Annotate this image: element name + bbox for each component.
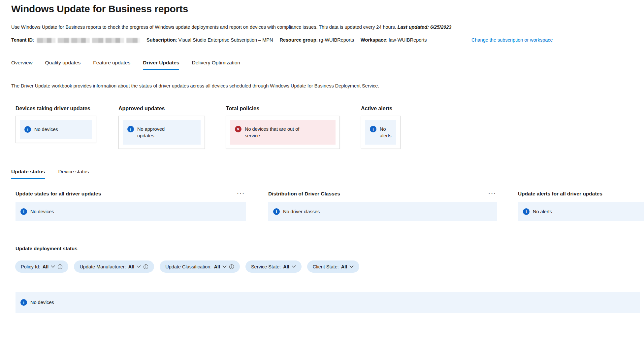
workspace-label: Workspace	[361, 37, 386, 43]
summary-card-devices: Devices taking driver updates i No devic…	[16, 106, 96, 149]
tab-overview[interactable]: Overview	[11, 60, 33, 70]
subscription-group: Subscription: Visual Studio Enterprise S…	[146, 37, 273, 43]
filter-pill-service-state[interactable]: Service State: All	[245, 260, 302, 273]
resource-group-label: Resource group	[279, 37, 316, 43]
info-icon: i	[273, 208, 280, 215]
filter-pills-row: Policy Id: All Update Manufacturer: All …	[15, 260, 644, 273]
workspace-value: law-WUfBReports	[389, 37, 427, 43]
summary-card-active-alerts: Active alerts i No alerts	[361, 106, 401, 149]
filter-label: Client State:	[313, 264, 339, 269]
context-text: Tenant ID: Subscription: Visual Studio E…	[11, 36, 457, 44]
filter-value: All	[128, 264, 135, 269]
filter-value: All	[341, 264, 347, 269]
intro-text: Use Windows Update for Business reports …	[11, 24, 644, 30]
filter-value: All	[214, 264, 220, 269]
error-icon: ✕	[235, 126, 242, 132]
section-message: No alerts	[533, 208, 552, 215]
subscription-value: Visual Studio Enterprise Subscription – …	[178, 37, 273, 43]
info-icon: i	[20, 208, 27, 215]
section-header: Update states for all driver updates ···	[16, 190, 246, 197]
filter-value: All	[43, 264, 49, 269]
tenant-id-group: Tenant ID:	[11, 37, 140, 43]
summary-cards-row: Devices taking driver updates i No devic…	[16, 106, 644, 149]
chevron-down-icon	[222, 265, 227, 268]
chart-sections-row: Update states for all driver updates ···…	[16, 190, 644, 221]
tab-driver-updates[interactable]: Driver Updates	[143, 60, 179, 70]
info-outline-icon[interactable]	[143, 264, 148, 269]
card-message: No approved updates	[137, 126, 168, 139]
status-subtabs: Update status Device status	[11, 169, 644, 179]
tab-delivery-optimization[interactable]: Delivery Optimization	[192, 60, 240, 70]
card-title: Approved updates	[118, 106, 205, 112]
tab-quality-updates[interactable]: Quality updates	[45, 60, 81, 70]
chevron-down-icon	[51, 265, 55, 268]
section-header: Distribution of Driver Classes ···	[268, 190, 497, 197]
change-subscription-link[interactable]: Change the subscription or workspace	[471, 36, 553, 44]
workspace-group: Workspace: law-WUfBReports	[361, 37, 427, 43]
tenant-id-redacted	[37, 38, 140, 43]
deployment-empty-banner: i No devices	[16, 292, 640, 313]
intro-body: Use Windows Update for Business reports …	[11, 24, 396, 30]
more-menu-icon[interactable]: ···	[488, 192, 497, 195]
info-outline-icon[interactable]	[57, 264, 63, 269]
card-title: Devices taking driver updates	[16, 106, 96, 112]
context-bar: Tenant ID: Subscription: Visual Studio E…	[11, 36, 644, 44]
section-banner: i No devices	[16, 202, 246, 221]
last-updated: Last updated: 6/25/2023	[398, 24, 452, 30]
summary-card-approved-updates: Approved updates i No approved updates	[118, 106, 205, 149]
page-title: Windows Update for Business reports	[11, 3, 644, 15]
status-banner: i No approved updates	[123, 120, 201, 145]
info-icon: i	[370, 126, 376, 132]
section-message: No devices	[30, 208, 54, 215]
filter-label: Update Classification:	[165, 264, 211, 269]
filter-label: Service State:	[251, 264, 281, 269]
chevron-down-icon	[349, 265, 354, 268]
resource-group-value: rg-WUfBReports	[319, 37, 354, 43]
card-body: ✕ No devices that are out of service	[226, 116, 340, 149]
filter-pill-client-state[interactable]: Client State: All	[307, 260, 360, 273]
filter-label: Update Manufacturer:	[80, 264, 126, 269]
resource-group-group: Resource group: rg-WUfBReports	[279, 37, 354, 43]
tenant-id-label: Tenant ID	[11, 37, 33, 43]
section-update-states: Update states for all driver updates ···…	[16, 190, 246, 221]
info-icon: i	[523, 208, 530, 215]
card-title: Active alerts	[361, 106, 401, 112]
card-message: No devices that are out of service	[245, 126, 311, 139]
card-message: No alerts	[380, 126, 396, 139]
card-body: i No approved updates	[118, 116, 205, 149]
card-message: No devices	[34, 126, 58, 133]
deployment-empty-message: No devices	[30, 299, 54, 306]
filter-value: All	[283, 264, 289, 269]
subtab-device-status[interactable]: Device status	[58, 169, 89, 179]
card-title: Total policies	[226, 106, 340, 112]
workbook-description: The Driver Update workbook provides info…	[11, 83, 644, 88]
info-outline-icon[interactable]	[229, 264, 234, 269]
status-banner: i No alerts	[365, 120, 396, 145]
chevron-down-icon	[292, 265, 296, 268]
summary-card-total-policies: Total policies ✕ No devices that are out…	[226, 106, 340, 149]
report-tabs: Overview Quality updates Feature updates…	[11, 60, 644, 70]
tab-feature-updates[interactable]: Feature updates	[93, 60, 130, 70]
chevron-down-icon	[137, 265, 141, 268]
section-driver-classes: Distribution of Driver Classes ··· i No …	[268, 190, 497, 221]
filter-pill-update-manufacturer[interactable]: Update Manufacturer: All	[74, 260, 154, 273]
info-icon: i	[20, 299, 27, 306]
section-update-alerts: Update alerts for all driver updates i N…	[518, 190, 644, 221]
info-icon: i	[24, 126, 31, 133]
info-icon: i	[127, 126, 134, 132]
deployment-status-title: Update deployment status	[16, 246, 644, 251]
card-body: i No alerts	[361, 116, 401, 149]
filter-pill-update-classification[interactable]: Update Classification: All	[160, 260, 240, 273]
section-message: No driver classes	[283, 208, 320, 215]
subtab-update-status[interactable]: Update status	[11, 169, 45, 179]
more-menu-icon[interactable]: ···	[237, 192, 246, 195]
card-body: i No devices	[16, 116, 96, 143]
status-banner: i No devices	[20, 120, 92, 139]
section-title: Update alerts for all driver updates	[518, 191, 602, 197]
filter-label: Policy Id:	[21, 264, 40, 269]
section-header: Update alerts for all driver updates	[518, 190, 644, 197]
filter-pill-policy-id[interactable]: Policy Id: All	[15, 260, 68, 273]
section-banner: i No driver classes	[268, 202, 497, 221]
section-title: Distribution of Driver Classes	[268, 191, 340, 197]
status-banner-error: ✕ No devices that are out of service	[230, 120, 336, 145]
